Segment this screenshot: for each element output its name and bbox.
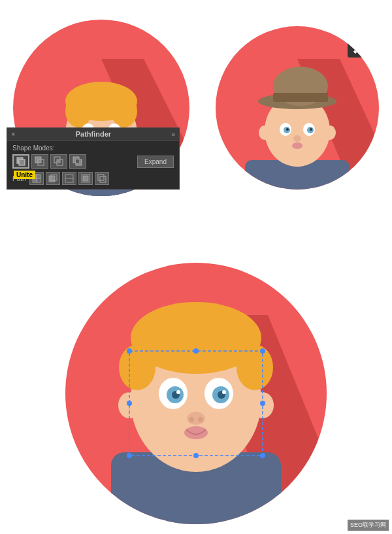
minus-front-button[interactable] — [31, 154, 48, 169]
svg-point-32 — [310, 128, 312, 131]
svg-point-36 — [358, 44, 361, 47]
bottom-section — [0, 253, 392, 534]
outline-button[interactable] — [95, 172, 109, 185]
svg-point-74 — [176, 390, 180, 394]
svg-point-25 — [259, 125, 270, 140]
hat-cursor-icon — [348, 39, 366, 58]
svg-point-34 — [292, 142, 302, 149]
svg-point-84 — [127, 401, 132, 406]
watermark: SEO联学习网 — [348, 520, 389, 531]
shape-modes-row: Unite — [12, 154, 174, 169]
exclude-button[interactable] — [69, 154, 86, 169]
panel-title: Pathfinder — [76, 130, 111, 138]
bottom-person-svg — [72, 263, 320, 524]
svg-point-75 — [222, 390, 226, 394]
bottom-large-avatar — [65, 263, 327, 524]
trim-button[interactable] — [46, 172, 60, 185]
merge-button[interactable] — [62, 172, 76, 185]
svg-rect-50 — [37, 178, 41, 182]
crop-button[interactable] — [78, 172, 93, 185]
panel-close-icon[interactable]: × — [11, 130, 15, 138]
pathfinder-row: Path — [12, 172, 174, 185]
svg-rect-58 — [100, 176, 106, 182]
svg-point-82 — [193, 348, 199, 354]
panel-collapse-icon[interactable]: » — [171, 131, 175, 138]
svg-point-31 — [286, 128, 289, 131]
svg-rect-40 — [38, 159, 44, 165]
panel-header: × Pathfinder » — [7, 128, 179, 141]
svg-point-86 — [127, 453, 132, 458]
top-right-person-svg — [232, 39, 363, 190]
expand-button[interactable]: Expand — [137, 156, 174, 168]
svg-marker-35 — [353, 45, 362, 54]
pathfinder-panel: × Pathfinder » Shape Modes: Unite — [7, 127, 180, 190]
svg-point-78 — [198, 417, 203, 422]
shape-modes-label: Shape Modes: — [12, 144, 174, 152]
svg-point-6 — [65, 95, 91, 127]
unite-tooltip: Unite — [14, 171, 35, 179]
svg-point-79 — [184, 426, 208, 439]
intersect-button[interactable] — [50, 154, 67, 169]
svg-rect-52 — [51, 175, 57, 180]
svg-point-77 — [189, 417, 194, 422]
svg-point-87 — [193, 453, 199, 458]
svg-rect-46 — [76, 159, 79, 163]
svg-point-88 — [260, 453, 265, 458]
svg-point-26 — [324, 125, 336, 140]
svg-point-85 — [260, 401, 265, 406]
svg-rect-43 — [57, 159, 60, 163]
panel-content: Shape Modes: Unite — [7, 141, 179, 189]
svg-rect-56 — [82, 175, 90, 182]
svg-rect-24 — [273, 93, 328, 102]
top-right-avatar — [216, 26, 379, 190]
svg-point-33 — [293, 135, 301, 142]
svg-rect-38 — [19, 159, 25, 165]
svg-point-81 — [127, 348, 132, 354]
svg-rect-48 — [37, 175, 41, 178]
svg-point-83 — [260, 348, 265, 354]
unite-button[interactable]: Unite — [12, 154, 29, 169]
svg-point-7 — [111, 95, 137, 127]
